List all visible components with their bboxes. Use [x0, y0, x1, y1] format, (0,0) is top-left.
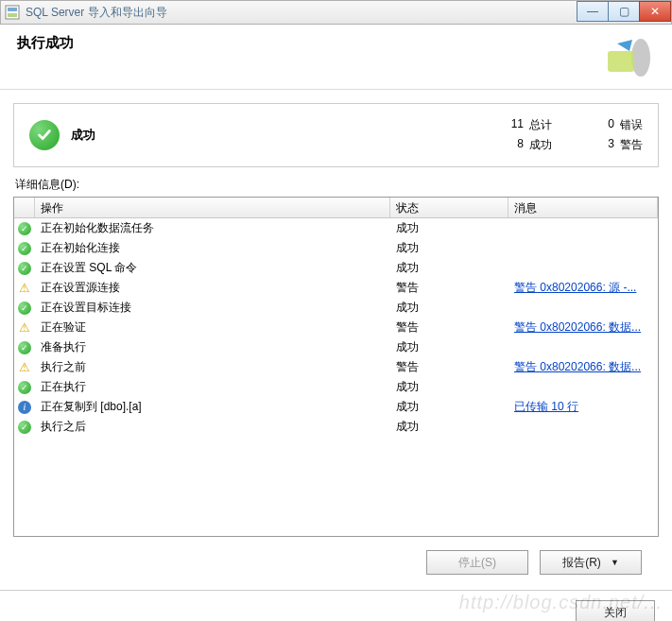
message-cell — [508, 306, 658, 310]
total-label: 总计 — [529, 117, 552, 133]
message-link[interactable]: 已传输 10 行 — [514, 400, 578, 413]
success-label: 成功 — [529, 137, 552, 153]
status-cell: 成功 — [390, 298, 508, 318]
warning-icon — [18, 361, 31, 374]
svg-rect-4 — [608, 51, 634, 72]
operation-cell: 正在设置 SQL 命令 — [35, 258, 390, 278]
success-icon — [18, 381, 31, 394]
warning-icon — [18, 321, 31, 335]
status-cell: 成功 — [390, 377, 508, 397]
dropdown-arrow-icon: ▼ — [611, 558, 619, 567]
message-cell — [508, 267, 658, 270]
table-row[interactable]: 正在初始化连接成功 — [14, 238, 658, 258]
status-cell: 成功 — [390, 337, 508, 357]
warn-label: 警告 — [620, 137, 643, 153]
status-cell: 警告 — [390, 278, 508, 298]
table-row[interactable]: 执行之前警告警告 0x80202066: 数据... — [14, 357, 658, 377]
maximize-button[interactable]: ▢ — [608, 1, 640, 22]
window-buttons: — ▢ ✕ — [577, 1, 671, 24]
success-icon — [18, 242, 31, 255]
table-row[interactable]: 准备执行成功 — [14, 337, 658, 357]
status-label: 成功 — [71, 127, 495, 144]
title-bar: SQL Server 导入和导出向导 — ▢ ✕ — [0, 0, 672, 25]
operation-cell: 执行之前 — [35, 357, 390, 377]
message-cell — [508, 247, 658, 250]
operation-cell: 执行之后 — [35, 417, 390, 437]
col-status[interactable]: 状态 — [390, 198, 508, 217]
page-title: 执行成功 — [17, 34, 598, 52]
operation-cell: 正在执行 — [35, 377, 390, 397]
warn-count: 3 — [558, 137, 614, 153]
status-cell: 成功 — [390, 238, 508, 258]
status-cell: 成功 — [390, 218, 508, 238]
operation-cell: 正在初始化连接 — [35, 238, 390, 258]
page-header: 执行成功 — [0, 25, 672, 90]
message-cell: 警告 0x80202066: 源 -... — [508, 278, 658, 298]
action-buttons: 停止(S) 报告(R)▼ — [13, 537, 659, 588]
svg-rect-1 — [8, 8, 17, 11]
message-cell — [508, 227, 658, 231]
info-icon — [18, 401, 31, 414]
message-cell: 警告 0x80202066: 数据... — [508, 357, 658, 377]
success-icon — [29, 120, 60, 150]
status-cell: 成功 — [390, 417, 508, 437]
message-cell — [508, 346, 658, 350]
table-row[interactable]: 正在初始化数据流任务成功 — [14, 218, 658, 238]
success-icon — [18, 341, 31, 354]
table-row[interactable]: 执行之后成功 — [14, 417, 658, 437]
report-button[interactable]: 报告(R)▼ — [540, 550, 642, 575]
message-cell: 警告 0x80202066: 数据... — [508, 318, 658, 337]
operation-cell: 准备执行 — [35, 337, 390, 357]
success-icon — [18, 421, 31, 434]
stop-button: 停止(S) — [426, 550, 528, 575]
message-link[interactable]: 警告 0x80202066: 源 -... — [514, 281, 636, 294]
success-icon — [18, 302, 31, 315]
table-row[interactable]: 正在设置 SQL 命令成功 — [14, 258, 658, 278]
message-link[interactable]: 警告 0x80202066: 数据... — [514, 320, 641, 334]
close-dialog-button[interactable]: 关闭 — [576, 600, 655, 621]
operation-cell: 正在设置源连接 — [35, 278, 390, 298]
table-row[interactable]: 正在设置目标连接成功 — [14, 298, 658, 318]
operation-cell: 正在设置目标连接 — [35, 298, 390, 318]
footer-buttons: 关闭 — [0, 590, 672, 621]
total-count: 11 — [495, 117, 524, 133]
minimize-button[interactable]: — — [577, 1, 609, 22]
error-count: 0 — [558, 117, 614, 133]
col-operation[interactable]: 操作 — [35, 198, 390, 217]
operation-cell: 正在初始化数据流任务 — [35, 218, 390, 238]
app-icon — [5, 5, 20, 20]
message-cell — [508, 386, 658, 389]
error-label: 错误 — [620, 117, 643, 133]
operation-cell: 正在验证 — [35, 318, 390, 337]
table-row[interactable]: 正在设置源连接警告警告 0x80202066: 源 -... — [14, 278, 658, 298]
status-cell: 成功 — [390, 397, 508, 417]
svg-rect-2 — [8, 13, 17, 17]
status-cell: 警告 — [390, 357, 508, 377]
success-icon — [18, 222, 31, 235]
message-cell — [508, 425, 658, 429]
message-cell: 已传输 10 行 — [508, 397, 658, 417]
status-cell: 警告 — [390, 318, 508, 337]
table-row[interactable]: 正在复制到 [dbo].[a]成功已传输 10 行 — [14, 397, 658, 417]
table-row[interactable]: 正在执行成功 — [14, 377, 658, 397]
detail-table: 操作 状态 消息 正在初始化数据流任务成功正在初始化连接成功正在设置 SQL 命… — [13, 197, 659, 537]
table-row[interactable]: 正在验证警告警告 0x80202066: 数据... — [14, 318, 658, 337]
table-body: 正在初始化数据流任务成功正在初始化连接成功正在设置 SQL 命令成功正在设置源连… — [14, 218, 658, 437]
window-title: SQL Server 导入和导出向导 — [26, 5, 577, 21]
header-image — [598, 34, 655, 81]
col-icon[interactable] — [14, 198, 35, 217]
operation-cell: 正在复制到 [dbo].[a] — [35, 397, 390, 417]
success-count: 8 — [495, 137, 524, 153]
col-message[interactable]: 消息 — [508, 198, 658, 217]
warning-icon — [18, 282, 31, 295]
status-cell: 成功 — [390, 258, 508, 278]
success-icon — [18, 262, 31, 275]
status-counts: 11 总计 0 错误 8 成功 3 警告 — [495, 117, 643, 153]
status-summary: 成功 11 总计 0 错误 8 成功 3 警告 — [13, 103, 659, 167]
close-button[interactable]: ✕ — [639, 1, 671, 22]
table-header: 操作 状态 消息 — [14, 198, 658, 218]
message-link[interactable]: 警告 0x80202066: 数据... — [514, 360, 641, 373]
detail-label: 详细信息(D): — [15, 177, 659, 193]
